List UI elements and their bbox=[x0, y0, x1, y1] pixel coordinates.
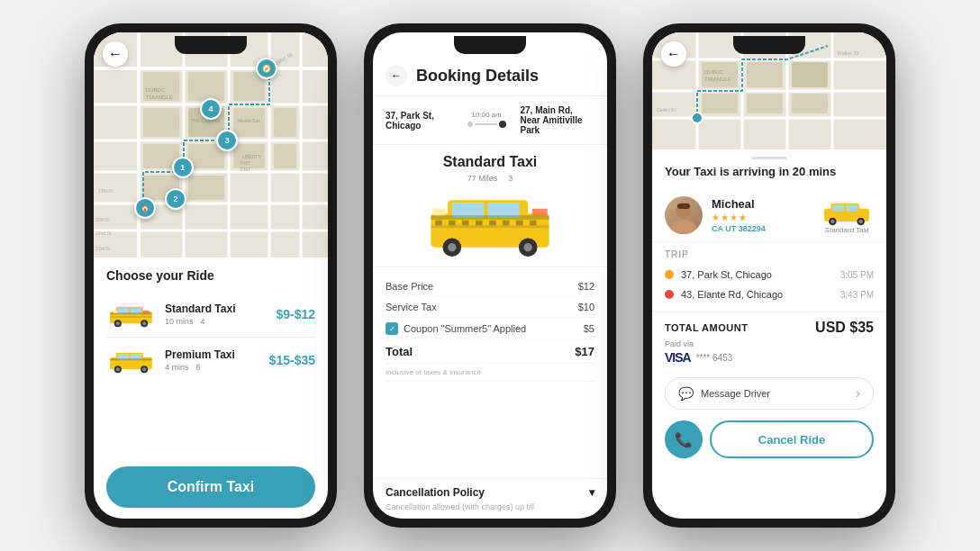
svg-rect-89 bbox=[792, 62, 828, 87]
cancellation-policy: Cancellation Policy ▾ Cancellation allow… bbox=[373, 478, 607, 519]
svg-point-65 bbox=[524, 243, 532, 251]
phone-1: DUBOC TRIANGLE Misión San THE CASTRO LIB… bbox=[85, 23, 337, 528]
base-price-row: Base Price $12 bbox=[386, 276, 594, 297]
svg-rect-76 bbox=[530, 221, 537, 226]
svg-rect-91 bbox=[747, 94, 783, 113]
star-3: ★ bbox=[730, 212, 738, 222]
taxi-seats-2: 3 bbox=[508, 174, 513, 183]
svg-rect-87 bbox=[702, 62, 738, 87]
svg-rect-77 bbox=[532, 209, 548, 216]
svg-rect-72 bbox=[476, 221, 483, 226]
premium-taxi-image bbox=[106, 347, 156, 374]
route-from: 37, Park St, Chicago bbox=[386, 111, 460, 131]
star-4: ★ bbox=[739, 212, 747, 222]
standard-taxi-time: 10 mins bbox=[165, 317, 194, 326]
total-sub-row: Inclusive of taxes & insurance bbox=[386, 364, 594, 382]
svg-rect-66 bbox=[431, 215, 549, 220]
back-arrow-icon-3: ← bbox=[667, 46, 681, 62]
svg-rect-14 bbox=[143, 108, 179, 137]
trip-stop-2-time: 3:43 PM bbox=[840, 290, 874, 300]
visa-logo: VISA bbox=[665, 350, 691, 365]
message-driver-button[interactable]: 💬 Message Driver › bbox=[665, 377, 874, 410]
back-button-3[interactable]: ← bbox=[661, 41, 686, 67]
map-pin-home: 🏠 bbox=[134, 197, 156, 219]
driver-name: Micheal bbox=[712, 197, 811, 211]
total-label: Total bbox=[386, 345, 413, 358]
svg-text:Castro St: Castro St bbox=[657, 107, 676, 113]
route-to: 27, Main Rd, Near Amitiville Park bbox=[521, 105, 595, 135]
svg-rect-88 bbox=[747, 62, 783, 87]
svg-rect-71 bbox=[462, 221, 469, 226]
coupon-row: ✓ Coupon "Summer5" Applied $5 bbox=[386, 318, 594, 340]
svg-text:TRIANGLE: TRIANGLE bbox=[146, 95, 173, 100]
ride-option-premium[interactable]: Premium Taxi 4 mins 6 $15-$35 bbox=[106, 338, 315, 383]
svg-rect-70 bbox=[449, 221, 456, 226]
svg-text:LIBERTY: LIBERTY bbox=[242, 154, 261, 159]
trip-stop-2-name: 43, Elante Rd, Chicago bbox=[681, 289, 833, 300]
cancel-policy-text: Cancellation allowed (with charges) up t… bbox=[386, 502, 594, 511]
svg-text:DIST: DIST bbox=[240, 167, 250, 172]
driver-avatar bbox=[665, 196, 703, 234]
service-tax-label: Service Tax bbox=[386, 302, 437, 312]
svg-rect-13 bbox=[188, 72, 224, 101]
paid-via-label: Paid via bbox=[665, 339, 874, 348]
trip-dot-yellow bbox=[665, 270, 674, 279]
svg-point-56 bbox=[142, 367, 146, 371]
taxi-large-image bbox=[422, 190, 558, 257]
ride-option-standard[interactable]: Standard Taxi 10 mins 4 $9-$12 bbox=[106, 292, 315, 338]
svg-rect-78 bbox=[432, 209, 445, 216]
star-2: ★ bbox=[721, 212, 729, 222]
svg-rect-48 bbox=[113, 311, 118, 313]
trip-stop-1-name: 37, Park St, Chicago bbox=[681, 269, 833, 280]
visa-last4: **** 6453 bbox=[696, 353, 733, 363]
standard-taxi-info: Standard Taxi 10 mins 4 bbox=[156, 303, 276, 326]
coupon-label: Coupon "Summer5" Applied bbox=[404, 323, 578, 334]
svg-rect-24 bbox=[274, 144, 296, 168]
svg-rect-22 bbox=[188, 176, 224, 200]
call-driver-button[interactable]: 📞 bbox=[665, 420, 703, 458]
premium-taxi-price: $15-$35 bbox=[269, 353, 315, 367]
map-pin-2: 2 bbox=[165, 188, 186, 210]
service-tax-value: $10 bbox=[578, 302, 594, 312]
driver-taxi-image bbox=[820, 197, 874, 226]
driver-taxi-section: Standard Taxi bbox=[820, 197, 874, 234]
visa-row: VISA **** 6453 bbox=[665, 350, 874, 365]
premium-taxi-name: Premium Taxi bbox=[165, 348, 269, 361]
arrival-section: Your Taxi is arriving in 20 mins bbox=[652, 149, 886, 189]
svg-text:DUBOC: DUBOC bbox=[146, 87, 166, 93]
back-button-2[interactable]: ← bbox=[386, 65, 407, 86]
route-bar: 37, Park St, Chicago 10:00 am 27, Main R… bbox=[373, 96, 607, 145]
back-button-1[interactable]: ← bbox=[103, 41, 128, 67]
back-arrow-icon: ← bbox=[108, 46, 122, 62]
svg-text:23rd St: 23rd St bbox=[95, 246, 111, 251]
trip-label: TRIP bbox=[665, 249, 874, 259]
svg-point-99 bbox=[671, 220, 696, 234]
trip-stop-1-time: 3:05 PM bbox=[840, 270, 874, 280]
svg-point-54 bbox=[116, 367, 120, 371]
confirm-taxi-button[interactable]: Confirm Taxi bbox=[106, 466, 315, 508]
chevron-right-icon: › bbox=[856, 385, 860, 402]
cancel-policy-title-text: Cancellation Policy bbox=[386, 486, 485, 499]
svg-rect-67 bbox=[431, 225, 549, 228]
base-price-label: Base Price bbox=[386, 281, 433, 292]
booking-title: Booking Details bbox=[416, 67, 539, 86]
phone-icon: 📞 bbox=[675, 431, 693, 448]
premium-taxi-meta: 4 mins 6 bbox=[165, 363, 269, 372]
standard-taxi-price: $9-$12 bbox=[276, 307, 315, 321]
taxi-center-section: Standard Taxi 77 Miles 3 bbox=[373, 145, 607, 267]
pricing-section: Base Price $12 Service Tax $10 ✓ Coupon … bbox=[373, 267, 607, 478]
driver-taxi-label: Standard Taxi bbox=[825, 226, 869, 234]
premium-taxi-info: Premium Taxi 4 mins 6 bbox=[156, 348, 269, 372]
star-1: ★ bbox=[712, 212, 720, 222]
svg-rect-23 bbox=[274, 108, 296, 137]
driver-plate: CA UT 382294 bbox=[712, 224, 811, 233]
svg-rect-90 bbox=[702, 94, 738, 113]
svg-rect-75 bbox=[516, 221, 523, 226]
trip-stop-2: 43, Elante Rd, Chicago 3:43 PM bbox=[665, 285, 874, 304]
svg-rect-47 bbox=[143, 311, 150, 313]
total-amount-value: USD $35 bbox=[815, 320, 874, 336]
service-tax-row: Service Tax $10 bbox=[386, 297, 594, 318]
svg-text:20th St: 20th St bbox=[95, 217, 110, 222]
cancel-ride-button[interactable]: Cancel Ride bbox=[710, 420, 874, 458]
map-area-3: DUBOC TRIANGLE Waller St Castro St ← bbox=[652, 32, 886, 149]
